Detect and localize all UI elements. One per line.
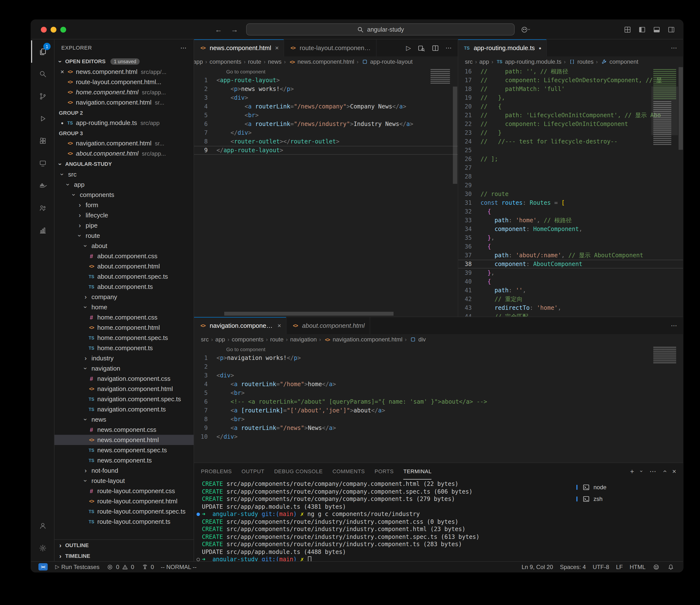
code-line-42[interactable]: 42 // 重定向 [458, 295, 683, 303]
tab-about.component.html[interactable]: <>about.component.html [286, 317, 370, 334]
breadcrumb-components[interactable]: components [232, 336, 264, 343]
tab-news.component.html[interactable]: <>news.component.html× [194, 40, 284, 56]
code-line-3[interactable]: 3<div> [194, 371, 683, 380]
tree-item-about.component.html[interactable]: <>about.component.html [54, 261, 194, 271]
activitybar-docker[interactable] [31, 175, 54, 197]
tree-item-navigation.component.spec.ts[interactable]: TSnavigation.component.spec.ts [54, 394, 194, 404]
panel-tab-debug-console[interactable]: DEBUG CONSOLE [274, 463, 323, 480]
tab-route-layout.component.html[interactable]: <>route-layout.component.html [284, 40, 376, 56]
code-line-28[interactable]: 28 [458, 172, 683, 181]
status-indentation[interactable]: Spaces: 4 [556, 562, 589, 572]
vertical-scrollbar[interactable] [453, 86, 457, 184]
chevron-up-icon[interactable]: › [660, 470, 668, 472]
breadcrumb-app[interactable]: app [194, 58, 203, 65]
terminal-session-zsh[interactable]: zsh [574, 493, 680, 505]
activitybar-settings[interactable] [31, 537, 54, 559]
terminal-output[interactable]: CREATE src/app/components/route/company/… [194, 480, 574, 562]
status-notifications[interactable] [664, 562, 678, 572]
horizontal-scrollbar[interactable] [224, 312, 394, 316]
open-editor-navigation.component.html[interactable]: <>navigation.component.htmlsr... [54, 97, 194, 107]
tree-item-industry[interactable]: ›industry [54, 353, 194, 363]
tree-item-news.component.spec.ts[interactable]: TSnews.component.spec.ts [54, 445, 194, 455]
open-editor-app-routing.module.ts[interactable]: ●TSapp-routing.module.tssrc/app [54, 118, 194, 128]
command-center-search[interactable]: angular-study [246, 23, 515, 35]
panel-tab-output[interactable]: OUTPUT [242, 463, 265, 480]
activitybar-accounts[interactable] [31, 514, 54, 537]
code-line-23[interactable]: 23// } [458, 128, 683, 137]
code-line-18[interactable]: 18// pathMatch: 'full' [458, 85, 683, 93]
code-line-38[interactable]: 38 component: AboutComponent [458, 260, 683, 269]
code-line-4[interactable]: 4 <a routerLink="/home">home</a> [194, 380, 683, 388]
toggle-panel-icon[interactable] [653, 26, 660, 33]
tree-item-home.component.css[interactable]: #home.component.css [54, 312, 194, 323]
tree-item-components[interactable]: ›components [54, 190, 194, 200]
tab-navigation.component.html[interactable]: <>navigation.component.html× [194, 317, 286, 334]
action-more-icon[interactable]: ⋯ [671, 322, 677, 329]
status-language-mode[interactable]: HTML [626, 562, 649, 572]
action-more-icon[interactable]: ⋯ [671, 44, 677, 52]
minimap[interactable] [428, 68, 452, 85]
tab-app-routing.module.ts[interactable]: TSapp-routing.module.ts● [458, 40, 547, 56]
command-decoration[interactable] [194, 513, 202, 516]
code-line-1[interactable]: 1<app-route-layout> [194, 76, 457, 85]
tree-item-route-layout[interactable]: ›route-layout [54, 476, 194, 486]
breadcrumb-news[interactable]: news [268, 58, 282, 65]
code-line-22[interactable]: 22// component: LifecycleOnInitComponent [458, 120, 683, 128]
more-icon[interactable]: ⋯ [649, 468, 656, 475]
code-line-33[interactable]: 33 path: 'home', // 根路径 [458, 216, 683, 225]
code-line-2[interactable]: 2 [194, 362, 683, 371]
status-run-testcases[interactable]: ▷Run Testcases [52, 562, 103, 572]
code-line-43[interactable]: 43 redirectTo: 'home', [458, 303, 683, 312]
code-line-44[interactable]: 44 // 完全匹配 [458, 312, 683, 317]
breadcrumb-src[interactable]: src [465, 58, 473, 65]
minimize-window-button[interactable] [51, 26, 56, 32]
status-feedback[interactable] [649, 562, 664, 572]
open-editor-route-layout.component.html...[interactable]: <>route-layout.component.html... [54, 77, 194, 87]
panel-tab-ports[interactable]: PORTS [375, 463, 394, 480]
status-cursor-position[interactable]: Ln 9, Col 20 [518, 562, 556, 572]
tree-item-route[interactable]: ›route [54, 230, 194, 241]
breadcrumb-navigation[interactable]: navigation [290, 336, 317, 343]
code-line-21[interactable]: 21// path: 'LifecycleOnInitComponent', /… [458, 111, 683, 120]
code-line-5[interactable]: 5 <br> [194, 111, 457, 120]
tree-item-about.component.css[interactable]: #about.component.css [54, 251, 194, 261]
add-icon[interactable]: + [630, 468, 634, 475]
prompt-decoration[interactable] [194, 558, 202, 561]
close-window-button[interactable] [41, 26, 47, 32]
breadcrumb-routes[interactable]: routes [568, 58, 594, 66]
code-line-27[interactable]: 27 [458, 163, 683, 172]
project-section-header[interactable]: › ANGULAR-STUDY [54, 158, 194, 169]
open-editors-header[interactable]: › OPEN EDITORS 1 unsaved [54, 56, 194, 67]
panel-tab-terminal[interactable]: TERMINAL [403, 463, 431, 480]
code-line-7[interactable]: 7 </div> [194, 128, 457, 137]
customize-layout-icon[interactable] [624, 26, 631, 33]
tree-item-about.component.spec.ts[interactable]: TSabout.component.spec.ts [54, 271, 194, 282]
close-icon[interactable]: × [58, 68, 66, 75]
code-line-6[interactable]: 6 <a routerLink="/news/industry">Industr… [194, 120, 457, 128]
breadcrumb-src[interactable]: src [201, 336, 209, 343]
tree-item-form[interactable]: ›form [54, 200, 194, 210]
tree-item-app[interactable]: ›app [54, 179, 194, 190]
tree-item-route-layout.component.html[interactable]: <>route-layout.component.html [54, 496, 194, 506]
code-line-9[interactable]: 9 <a routerLink="/news">News</a> [194, 424, 683, 432]
tree-item-about[interactable]: ›about [54, 241, 194, 251]
codelens-link[interactable]: Go to component [194, 345, 683, 354]
tree-item-navigation.component.html[interactable]: <>navigation.component.html [54, 384, 194, 394]
code-line-7[interactable]: 7 <a [routerLink]="['/about','joe']">abo… [194, 406, 683, 415]
breadcrumb-news.component.html[interactable]: <>news.component.html [288, 58, 354, 65]
navigate-back-icon[interactable]: ← [215, 25, 222, 33]
code-line-19[interactable]: 19// }, [458, 93, 683, 102]
status-encoding[interactable]: UTF-8 [589, 562, 613, 572]
breadcrumb-app-route-layout[interactable]: app-route-layout [361, 58, 413, 66]
minimap-slider[interactable] [651, 86, 678, 135]
code-line-40[interactable]: 40 { [458, 277, 683, 286]
code-line-2[interactable]: 2 <p>news works!</p> [194, 85, 457, 93]
breadcrumb-div[interactable]: div [409, 335, 426, 343]
code-line-35[interactable]: 35 }, [458, 233, 683, 242]
activitybar-extensions[interactable] [31, 130, 54, 152]
open-editor-home.component.html[interactable]: <>home.component.htmlsrc/app... [54, 87, 194, 97]
code-line-25[interactable]: 25 [458, 146, 683, 155]
tree-item-news[interactable]: ›news [54, 414, 194, 425]
vertical-scrollbar[interactable] [679, 67, 683, 150]
code-line-39[interactable]: 39 }, [458, 269, 683, 277]
